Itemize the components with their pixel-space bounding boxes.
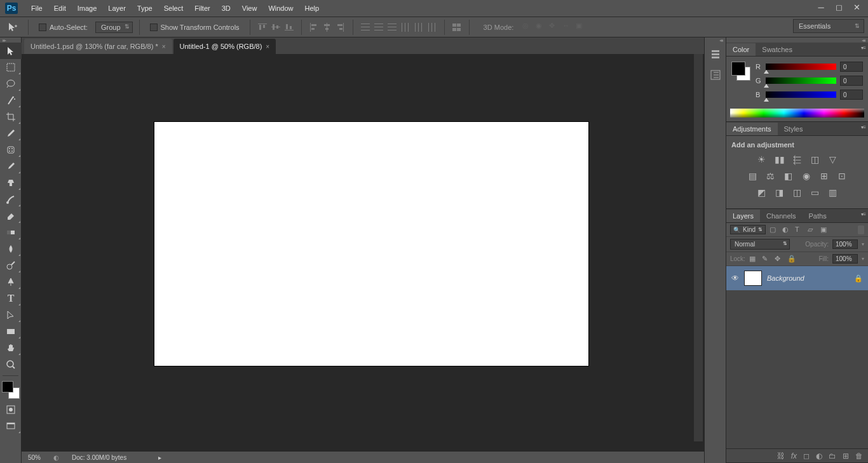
visibility-icon[interactable]: 👁 xyxy=(731,274,739,283)
blend-mode-dropdown[interactable]: Normal xyxy=(730,239,790,250)
selective-color-icon[interactable]: ▥ xyxy=(827,187,839,198)
filter-type-icon[interactable]: T xyxy=(795,225,804,234)
filter-toggle[interactable] xyxy=(858,225,864,234)
distribute-top-icon[interactable] xyxy=(360,22,371,33)
layer-thumbnail[interactable] xyxy=(744,271,762,286)
menu-window[interactable]: Window xyxy=(262,0,299,17)
brush-tool[interactable] xyxy=(0,158,22,175)
curves-icon[interactable]: ⬱ xyxy=(792,154,803,165)
tab-adjustments[interactable]: Adjustments xyxy=(726,123,778,135)
layer-filter-dropdown[interactable]: 🔍Kind ⇅ xyxy=(730,225,766,234)
canvas-viewport[interactable] xyxy=(22,54,704,452)
menu-type[interactable]: Type xyxy=(132,0,158,17)
layer-background[interactable]: 👁 Background 🔒 xyxy=(726,266,868,290)
lock-transparent-icon[interactable]: ▦ xyxy=(749,255,758,264)
tab-paths[interactable]: Paths xyxy=(803,210,833,222)
vibrance-icon[interactable]: ▽ xyxy=(827,154,839,165)
link-layers-icon[interactable]: ⛓ xyxy=(777,452,785,460)
adjustment-layer-icon[interactable]: ◐ xyxy=(816,452,822,460)
menu-help[interactable]: Help xyxy=(299,0,325,17)
type-tool[interactable]: T xyxy=(0,290,22,307)
tab-layers[interactable]: Layers xyxy=(726,210,760,222)
color-swatches[interactable] xyxy=(2,381,20,399)
auto-select-checkbox[interactable]: Auto-Select: xyxy=(35,23,92,31)
auto-select-target-dropdown[interactable]: Group xyxy=(95,22,133,33)
align-top-icon[interactable] xyxy=(257,22,268,33)
layer-name[interactable]: Background xyxy=(767,274,849,282)
marquee-tool[interactable] xyxy=(0,59,22,76)
3d-scale-icon[interactable]: ▣ xyxy=(576,22,587,33)
levels-icon[interactable]: ▮▮ xyxy=(774,154,785,165)
color-lookup-icon[interactable]: ⊡ xyxy=(836,170,848,182)
canvas[interactable] xyxy=(154,122,588,366)
vertical-scrollbar[interactable] xyxy=(694,54,703,441)
status-menu-icon[interactable]: ▸ xyxy=(158,454,161,461)
close-icon[interactable]: × xyxy=(162,43,166,50)
pen-tool[interactable] xyxy=(0,274,22,290)
tab-channels[interactable]: Channels xyxy=(760,210,802,222)
color-spectrum[interactable] xyxy=(730,109,864,117)
zoom-tool[interactable] xyxy=(0,356,22,373)
align-right-icon[interactable] xyxy=(335,22,346,33)
filter-smart-icon[interactable]: ▣ xyxy=(820,225,829,234)
new-layer-icon[interactable]: ⊞ xyxy=(843,452,849,460)
history-brush-tool[interactable] xyxy=(0,191,22,208)
lock-all-icon[interactable]: 🔒 xyxy=(787,255,796,264)
filter-shape-icon[interactable]: ▱ xyxy=(808,225,817,234)
show-transform-checkbox[interactable]: Show Transform Controls xyxy=(146,23,243,31)
maximize-button[interactable]: ◻ xyxy=(830,1,848,13)
toolbox-grip[interactable]: ▸▸ xyxy=(0,37,21,43)
opacity-input[interactable]: 100% xyxy=(832,239,858,249)
menu-select[interactable]: Select xyxy=(158,0,189,17)
dodge-tool[interactable] xyxy=(0,257,22,274)
crop-tool[interactable] xyxy=(0,109,22,125)
menu-layer[interactable]: Layer xyxy=(102,0,132,17)
photo-filter-icon[interactable]: ◉ xyxy=(801,170,812,182)
brightness-icon[interactable]: ☀ xyxy=(756,154,768,165)
filter-adjustment-icon[interactable]: ◐ xyxy=(782,225,791,234)
current-tool-icon[interactable] xyxy=(4,20,22,34)
minimize-button[interactable]: ─ xyxy=(812,1,830,13)
dock-grip[interactable]: ◂◂ xyxy=(705,37,726,43)
3d-roll-icon[interactable]: ◉ xyxy=(536,22,547,33)
distribute-left-icon[interactable] xyxy=(400,22,411,33)
workspace-dropdown[interactable]: Essentials xyxy=(793,19,864,33)
history-panel-icon[interactable] xyxy=(707,46,724,63)
lock-position-icon[interactable]: ✥ xyxy=(775,255,783,264)
tab-untitled-1-psd[interactable]: Untitled-1.psd @ 130% (far car, RGB/8) *… xyxy=(24,39,172,54)
menu-file[interactable]: File xyxy=(25,0,48,17)
posterize-icon[interactable]: ◨ xyxy=(774,187,785,198)
red-value[interactable]: 0 xyxy=(840,62,863,72)
hand-tool[interactable] xyxy=(0,340,22,356)
red-slider[interactable] xyxy=(766,64,836,70)
group-icon[interactable]: 🗀 xyxy=(829,452,836,460)
quick-mask-tool[interactable] xyxy=(0,401,22,418)
3d-pan-icon[interactable]: ✥ xyxy=(549,22,560,33)
panel-menu-icon[interactable]: ▾≡ xyxy=(861,211,865,217)
delete-layer-icon[interactable]: 🗑 xyxy=(855,452,863,460)
3d-orbit-icon[interactable]: ◎ xyxy=(522,22,534,33)
path-selection-tool[interactable] xyxy=(0,307,22,323)
menu-edit[interactable]: Edit xyxy=(48,0,72,17)
eraser-tool[interactable] xyxy=(0,208,22,224)
panel-menu-icon[interactable]: ▾≡ xyxy=(861,124,865,130)
channel-mixer-icon[interactable]: ⊞ xyxy=(818,170,830,182)
align-bottom-icon[interactable] xyxy=(283,22,295,33)
distribute-right-icon[interactable] xyxy=(426,22,438,33)
green-slider[interactable] xyxy=(766,77,836,84)
tab-untitled-1[interactable]: Untitled-1 @ 50% (RGB/8)× xyxy=(173,39,276,54)
screen-mode-tool[interactable] xyxy=(0,418,22,434)
lasso-tool[interactable] xyxy=(0,76,22,92)
menu-3d[interactable]: 3D xyxy=(216,0,236,17)
color-balance-icon[interactable]: ⚖ xyxy=(765,170,776,182)
layer-style-icon[interactable]: fx xyxy=(791,452,797,460)
align-left-icon[interactable] xyxy=(308,22,320,33)
magic-wand-tool[interactable] xyxy=(0,92,22,109)
panel-foreground-color[interactable] xyxy=(731,62,745,76)
properties-panel-icon[interactable] xyxy=(707,67,724,83)
invert-icon[interactable]: ◩ xyxy=(756,187,768,198)
align-hcenter-icon[interactable] xyxy=(322,22,333,33)
menu-image[interactable]: Image xyxy=(72,0,103,17)
hue-icon[interactable]: ▤ xyxy=(747,170,759,182)
rectangle-tool[interactable] xyxy=(0,323,22,340)
